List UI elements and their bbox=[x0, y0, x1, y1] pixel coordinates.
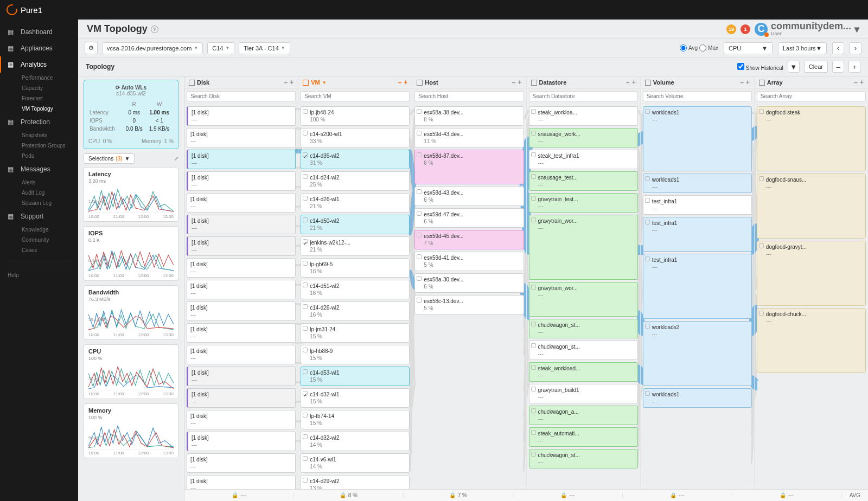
nav-sub[interactable]: Capacity bbox=[0, 83, 78, 93]
nav-sub[interactable]: Knowledge bbox=[0, 224, 78, 235]
node[interactable]: test_infra1--- bbox=[643, 195, 752, 215]
node[interactable]: chuckwagon_st...--- bbox=[529, 341, 638, 360]
node[interactable]: gravytrain_wor...--- bbox=[529, 215, 638, 280]
zoom-in-button[interactable]: + bbox=[848, 61, 860, 73]
nav-sub[interactable]: Pods bbox=[0, 151, 78, 161]
checkbox[interactable] bbox=[531, 365, 536, 370]
checkbox[interactable] bbox=[303, 413, 308, 418]
node[interactable]: steak_test_infra1--- bbox=[529, 150, 638, 169]
node[interactable]: workloads1--- bbox=[643, 106, 752, 171]
avg-max-radio[interactable]: Avg Max bbox=[680, 44, 718, 52]
node[interactable]: esx59d-45.dev...7 % bbox=[414, 230, 524, 249]
node[interactable]: [1 disk]--- bbox=[187, 106, 296, 126]
node[interactable]: gravytrain_build1--- bbox=[529, 384, 638, 403]
nav-sub[interactable]: Snapshots bbox=[0, 130, 78, 140]
checkbox[interactable] bbox=[417, 189, 422, 194]
minus-icon[interactable]: – bbox=[284, 79, 288, 86]
node[interactable]: chuckwagon_st...--- bbox=[529, 449, 638, 468]
search-array[interactable] bbox=[757, 91, 866, 101]
node[interactable]: c14-d53-wl115 % bbox=[301, 367, 410, 386]
nav-support[interactable]: ▦Support bbox=[0, 208, 78, 224]
checkbox[interactable] bbox=[645, 391, 650, 396]
checkbox[interactable] bbox=[417, 211, 422, 216]
checkbox[interactable] bbox=[531, 174, 536, 179]
checkbox[interactable] bbox=[531, 430, 536, 435]
minus-icon[interactable]: – bbox=[740, 79, 744, 86]
checkbox[interactable] bbox=[645, 256, 650, 261]
checkbox[interactable] bbox=[531, 217, 536, 222]
node[interactable]: test_infra1--- bbox=[643, 254, 752, 319]
node[interactable]: [1 disk]--- bbox=[187, 410, 296, 429]
node[interactable]: esx58c-13.dev...5 % bbox=[414, 295, 524, 314]
checkbox[interactable] bbox=[303, 282, 308, 287]
node[interactable]: [1 disk]--- bbox=[187, 453, 296, 473]
node[interactable]: c14-v6-wl114 % bbox=[301, 453, 410, 473]
checkbox[interactable] bbox=[303, 369, 308, 374]
show-historical-toggle[interactable]: Show Historical bbox=[737, 63, 783, 71]
checkbox[interactable] bbox=[417, 131, 422, 136]
node[interactable]: gravytrain_test...--- bbox=[529, 193, 638, 213]
alert-error-badge[interactable]: 1 bbox=[741, 24, 750, 34]
node[interactable]: c14-d29-wl213 % bbox=[301, 475, 410, 489]
node[interactable]: [1 disk]--- bbox=[187, 193, 296, 213]
node[interactable]: [1 disk]--- bbox=[187, 323, 296, 343]
nav-sub[interactable]: Audit Log bbox=[0, 188, 78, 198]
checkbox[interactable] bbox=[303, 456, 308, 461]
checkbox[interactable] bbox=[417, 152, 422, 157]
node[interactable]: [1 disk]--- bbox=[187, 150, 296, 169]
expand-icon[interactable]: ⤢ bbox=[174, 156, 178, 162]
checkbox[interactable] bbox=[303, 434, 308, 439]
node[interactable]: esx59d-41.dev...5 % bbox=[414, 252, 524, 271]
node[interactable]: lp-fb74-1415 % bbox=[301, 410, 410, 429]
search-host[interactable] bbox=[414, 91, 524, 101]
node[interactable]: esx59d-43.dev...11 % bbox=[414, 128, 524, 147]
node[interactable]: c14-d26-wl216 % bbox=[301, 301, 410, 321]
node[interactable]: c14-d50-wl221 % bbox=[301, 215, 410, 234]
checkbox[interactable] bbox=[303, 261, 308, 266]
timerange-select[interactable]: Last 3 hours▼ bbox=[778, 42, 827, 54]
node[interactable]: [1 disk]--- bbox=[187, 215, 296, 234]
node[interactable]: steak_automati...--- bbox=[529, 427, 638, 447]
node[interactable]: dogfood-gravyt...--- bbox=[757, 241, 866, 306]
filter-button[interactable]: ▼ bbox=[788, 61, 800, 73]
node[interactable]: lp-hb88-915 % bbox=[301, 345, 410, 364]
checkbox[interactable] bbox=[645, 220, 650, 224]
node[interactable]: [1 disk]--- bbox=[187, 475, 296, 489]
checkbox[interactable] bbox=[303, 196, 308, 201]
node[interactable]: ✓c14-d35-wl231 % bbox=[301, 150, 410, 169]
checkbox[interactable] bbox=[417, 254, 422, 259]
checkbox[interactable]: ✓ bbox=[303, 239, 308, 244]
checkbox[interactable] bbox=[645, 198, 650, 203]
node[interactable]: ✓jenkins-w2k12-...21 % bbox=[301, 236, 410, 256]
checkbox[interactable] bbox=[531, 109, 536, 114]
minus-icon[interactable]: – bbox=[512, 79, 516, 86]
checkbox[interactable] bbox=[417, 298, 422, 303]
checkbox[interactable] bbox=[303, 348, 308, 352]
checkbox[interactable] bbox=[531, 452, 536, 457]
nav-protection[interactable]: ▦Protection bbox=[0, 114, 78, 130]
tier-dropdown[interactable]: Tier 3A - C14▼ bbox=[239, 42, 290, 54]
node[interactable]: workloads1--- bbox=[643, 388, 752, 408]
col-header[interactable]: Host–+ bbox=[412, 76, 526, 89]
checkbox[interactable] bbox=[759, 311, 764, 316]
node[interactable]: dogfood-chuck...--- bbox=[757, 308, 866, 373]
checkbox[interactable] bbox=[531, 322, 536, 326]
metric-select[interactable]: CPU▼ bbox=[724, 42, 773, 54]
plus-icon[interactable]: + bbox=[632, 79, 636, 86]
help-icon[interactable]: ? bbox=[151, 25, 158, 33]
nav-sub[interactable]: Session Log bbox=[0, 198, 78, 208]
node[interactable]: c14-d26-wl121 % bbox=[301, 193, 410, 213]
checkbox[interactable] bbox=[645, 109, 650, 114]
node[interactable]: lp-gb69-518 % bbox=[301, 258, 410, 278]
checkbox[interactable] bbox=[531, 387, 536, 391]
checkbox[interactable] bbox=[531, 408, 536, 413]
checkbox[interactable] bbox=[417, 233, 422, 237]
node[interactable]: steak_workload...--- bbox=[529, 362, 638, 382]
avg-radio[interactable] bbox=[680, 44, 687, 52]
checkbox[interactable] bbox=[303, 109, 308, 114]
nav-sub[interactable]: Performance bbox=[0, 73, 78, 83]
checkbox[interactable] bbox=[303, 174, 308, 179]
node[interactable]: c14-d51-wl216 % bbox=[301, 280, 410, 299]
node[interactable]: [1 disk]--- bbox=[187, 128, 296, 147]
node[interactable]: lp-jm31-2415 % bbox=[301, 323, 410, 343]
